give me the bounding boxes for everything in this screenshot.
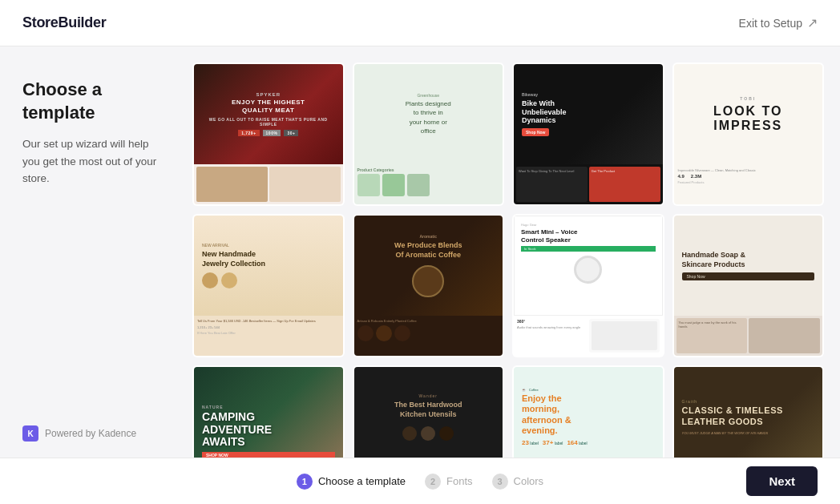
card-preview-hardwood: Wander The Best HardwoodKitchen Utensils <box>354 367 503 458</box>
template-card-speaker[interactable]: Hugo Gear Smart Mini – VoiceControl Spea… <box>512 214 664 357</box>
card-ext-bike: Want To Stop Giving To The Next Level Ge… <box>514 164 663 204</box>
next-button[interactable]: Next <box>746 466 818 496</box>
kadence-icon: K <box>22 425 38 442</box>
step-3: 3 Colors <box>492 474 544 490</box>
sidebar-title: Choose a template <box>22 79 162 124</box>
step-1-number: 1 <box>297 474 313 490</box>
exit-label: Exit to Setup <box>739 17 802 30</box>
powered-by-label: Powered by Kadence <box>45 428 136 439</box>
step-3-number: 3 <box>492 474 508 490</box>
step-2: 2 Fonts <box>425 474 473 490</box>
card-preview-bike: Bikeway Bike WithUnbelievableDynamics Sh… <box>514 64 663 164</box>
powered-by: K Powered by Kadence <box>22 425 162 442</box>
card-ext-speaker: 360° Audio that sounds amazing from ever… <box>514 316 663 356</box>
step-1-label: Choose a template <box>318 475 406 487</box>
step-3-label: Colors <box>514 475 544 487</box>
template-card-meat[interactable]: SPYKER ENJOY THE HIGHESTQUALITY MEAT WE … <box>192 62 345 206</box>
card-preview-leather: Graith CLASSIC & TIMELESSLEATHER GOODS Y… <box>674 367 823 458</box>
template-grid-container: SPYKER ENJOY THE HIGHESTQUALITY MEAT WE … <box>184 46 840 458</box>
card-ext-soap: You must judge a man by the work of his … <box>674 316 823 356</box>
template-card-camping[interactable]: NATURE CAMPINGADVENTUREAWAITS Shop Now <box>192 365 345 458</box>
bottom-bar: 1 Choose a template 2 Fonts 3 Colors Nex… <box>0 458 840 504</box>
step-2-label: Fonts <box>446 475 473 487</box>
template-card-hardwood[interactable]: Wander The Best HardwoodKitchen Utensils <box>353 365 505 458</box>
exit-arrow-icon: ↗ <box>807 15 818 30</box>
template-card-soap[interactable]: Handmade Soap &Skincare Products Shop No… <box>672 214 825 357</box>
template-grid: SPYKER ENJOY THE HIGHESTQUALITY MEAT WE … <box>192 62 824 458</box>
sidebar-description: Our set up wizard will help you get the … <box>22 135 162 187</box>
card-preview-speaker: Hugo Gear Smart Mini – VoiceControl Spea… <box>514 216 663 316</box>
card-ext-jewelry: Tell Us From Your $1,346 USD -146 Bestse… <box>194 316 343 356</box>
card-ext-coffee: Artisan & Robusta Entirely Planted Coffe… <box>354 316 503 356</box>
card-preview-jewelry: NEW ARRIVAL New HandmadeJewelry Collecti… <box>194 216 343 316</box>
template-card-plants[interactable]: Greenhouse Plants designedto thrive inyo… <box>353 62 505 206</box>
steps: 1 Choose a template 2 Fonts 3 Colors <box>297 474 543 490</box>
card-preview-minimal: TOBI LOOK TOIMPRESS <box>674 64 823 164</box>
template-card-minimal[interactable]: TOBI LOOK TOIMPRESS Impeccable Silverwar… <box>672 62 825 206</box>
logo: StoreBuilder <box>22 14 106 31</box>
exit-to-setup-link[interactable]: Exit to Setup ↗ <box>739 15 818 30</box>
template-card-bike[interactable]: Bikeway Bike WithUnbelievableDynamics Sh… <box>512 62 664 206</box>
step-2-number: 2 <box>425 474 441 490</box>
sidebar: Choose a template Our set up wizard will… <box>0 46 184 458</box>
card-ext-meat <box>194 164 343 204</box>
card-preview-camping: NATURE CAMPINGADVENTUREAWAITS Shop Now <box>194 367 343 458</box>
card-preview-plants: Greenhouse Plants designedto thrive inyo… <box>354 64 503 164</box>
card-ext-minimal: Impeccable Silverware — Clean, Matching … <box>674 164 823 204</box>
header: StoreBuilder Exit to Setup ↗ <box>0 0 840 46</box>
step-1: 1 Choose a template <box>297 474 406 490</box>
card-preview-soap: Handmade Soap &Skincare Products Shop No… <box>674 216 823 316</box>
card-ext-plants: Product Categories <box>354 164 503 204</box>
template-card-coffee[interactable]: Aromatic We Produce BlendsOf Aromatic Co… <box>353 214 505 357</box>
card-preview-coffee: Aromatic We Produce BlendsOf Aromatic Co… <box>354 216 503 316</box>
template-card-jewelry[interactable]: NEW ARRIVAL New HandmadeJewelry Collecti… <box>192 214 345 357</box>
card-preview-morning: ☕Coffee Enjoy themorning,afternoon &even… <box>514 367 663 458</box>
body: Choose a template Our set up wizard will… <box>0 46 840 458</box>
template-card-leather[interactable]: Graith CLASSIC & TIMELESSLEATHER GOODS Y… <box>672 365 825 458</box>
card-preview-meat: SPYKER ENJOY THE HIGHESTQUALITY MEAT WE … <box>194 64 343 164</box>
template-card-morning[interactable]: ☕Coffee Enjoy themorning,afternoon &even… <box>512 365 664 458</box>
